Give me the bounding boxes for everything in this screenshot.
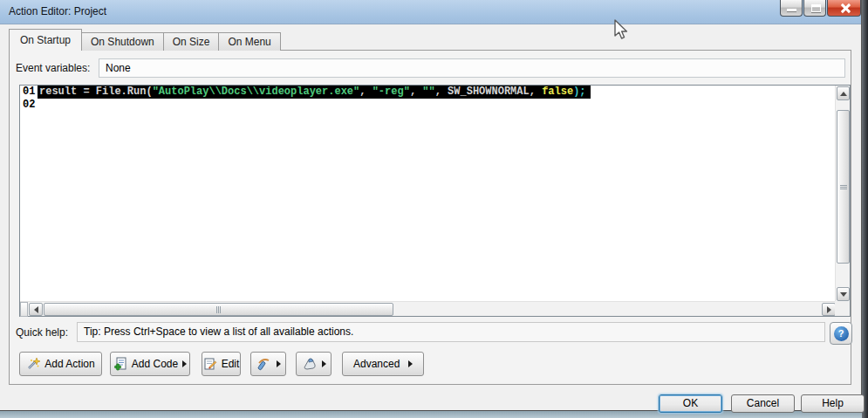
window-title: Action Editor: Project	[9, 0, 106, 23]
quick-help-text: Tip: Press Ctrl+Space to view a list of …	[77, 322, 825, 342]
h-scrollbar-splitter[interactable]	[20, 302, 28, 317]
ok-button[interactable]: OK	[659, 394, 722, 413]
scroll-right-button[interactable]	[822, 303, 836, 316]
dropdown-arrow-icon	[277, 360, 281, 367]
close-button[interactable]	[827, 0, 861, 17]
add-action-label: Add Action	[44, 358, 94, 370]
code-segment: ,	[359, 86, 372, 98]
advanced-label: Advanced	[353, 358, 400, 370]
dropdown-arrow-icon	[408, 360, 413, 367]
code-area[interactable]: 01 result = File.Run("AutoPlay\\Docs\\vi…	[20, 86, 835, 301]
code-segment-punctuation: );	[573, 86, 585, 98]
edit-document-icon	[203, 357, 217, 371]
arrow-down-icon	[840, 292, 847, 297]
scroll-down-button[interactable]	[837, 287, 850, 301]
code-segment: ,	[410, 86, 422, 98]
screen-edge	[862, 0, 868, 418]
code-editor[interactable]: 01 result = File.Run("AutoPlay\\Docs\\vi…	[19, 85, 851, 317]
vertical-scrollbar[interactable]	[835, 86, 850, 302]
edit-label: Edit	[222, 358, 240, 370]
tab-on-size[interactable]: On Size	[163, 32, 220, 51]
close-icon	[840, 3, 850, 13]
code-segment-keyword: false	[542, 86, 573, 98]
add-action-button[interactable]: Add Action	[19, 352, 102, 376]
arrow-right-icon	[827, 306, 831, 313]
tab-on-startup[interactable]: On Startup	[9, 29, 82, 51]
dropdown-arrow-icon	[322, 360, 326, 367]
thumb-grip-icon	[216, 306, 221, 313]
mouse-cursor	[614, 19, 632, 42]
add-code-button[interactable]: Add Code	[110, 352, 190, 376]
horizontal-scroll-thumb[interactable]	[44, 303, 393, 316]
cancel-button[interactable]: Cancel	[731, 394, 795, 413]
selected-code-text: result = File.Run("AutoPlay\\Docs\\video…	[38, 86, 591, 99]
minimize-button[interactable]	[780, 0, 803, 17]
dropdown-arrow-icon	[182, 360, 187, 367]
thumb-grip-icon	[840, 185, 847, 189]
add-code-label: Add Code	[132, 358, 178, 370]
tab-strip: On Startup On Shutdown On Size On Menu	[9, 29, 281, 51]
code-line-1[interactable]: 01 result = File.Run("AutoPlay\\Docs\\vi…	[20, 86, 835, 99]
scroll-left-button[interactable]	[29, 303, 43, 316]
scroll-up-button[interactable]	[837, 86, 850, 100]
scrollbar-corner	[835, 301, 850, 316]
line-number: 02	[20, 99, 38, 112]
quick-help-label: Quick help:	[16, 326, 68, 339]
code-segment-string: ""	[422, 86, 434, 98]
pen-tool-button[interactable]	[250, 352, 286, 376]
maximize-icon	[811, 4, 821, 12]
code-segment: result = File.Run(	[39, 86, 153, 98]
tab-on-menu[interactable]: On Menu	[218, 32, 280, 51]
mouse-icon	[302, 357, 318, 371]
pen-icon	[256, 357, 272, 371]
titlebar[interactable]: Action Editor: Project	[0, 0, 861, 24]
event-variables-field[interactable]: None	[99, 58, 845, 78]
add-code-icon	[113, 357, 127, 371]
arrow-up-icon	[840, 92, 847, 96]
code-segment: , SW_SHOWNORMAL,	[435, 86, 542, 98]
mouse-tool-button[interactable]	[296, 352, 331, 376]
magic-wand-icon	[26, 357, 40, 371]
action-editor-window: Action Editor: Project On Startup On Shu…	[0, 0, 862, 411]
tab-on-shutdown[interactable]: On Shutdown	[81, 32, 164, 51]
code-segment-string: "AutoPlay\\Docs\\videoplayer.exe"	[153, 86, 360, 98]
edit-button[interactable]: Edit	[202, 352, 241, 376]
minimize-icon	[787, 9, 796, 11]
maximize-button[interactable]	[803, 0, 826, 17]
code-line-2[interactable]: 02	[20, 99, 835, 112]
event-variables-label: Event variables:	[16, 62, 90, 74]
horizontal-scrollbar[interactable]	[20, 301, 837, 316]
vertical-scroll-thumb[interactable]	[837, 110, 850, 264]
help-button[interactable]: Help	[801, 394, 865, 413]
line-number: 01	[20, 86, 38, 99]
context-help-button[interactable]: ?	[830, 322, 852, 345]
arrow-left-icon	[34, 306, 38, 313]
question-icon: ?	[834, 326, 849, 341]
code-segment-string: "-reg"	[372, 86, 410, 98]
advanced-button[interactable]: Advanced	[342, 352, 424, 376]
